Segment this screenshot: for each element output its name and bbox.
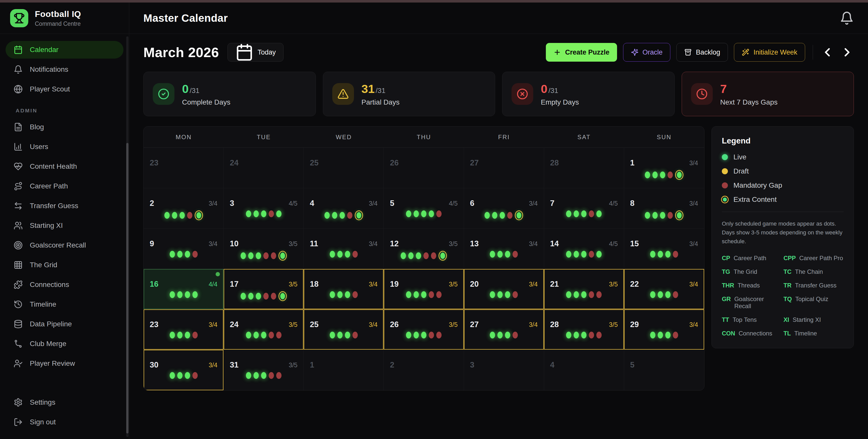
calendar-day-normal-2[interactable]: 23/4 <box>144 188 224 229</box>
calendar-day-prev-25[interactable]: 25 <box>304 148 384 188</box>
calendar-icon <box>235 43 253 61</box>
sidebar-item-player-scout[interactable]: Player Scout <box>5 80 123 98</box>
sidebar-item-content-health[interactable]: Content Health <box>5 157 123 175</box>
calendar-day-normal-11[interactable]: 113/4 <box>304 229 384 269</box>
calendar-day-gap-26[interactable]: 263/5 <box>384 310 464 350</box>
page-title: Master Calendar <box>144 12 228 24</box>
stat-total: /31 <box>190 87 199 95</box>
sidebar-item-notifications[interactable]: Notifications <box>5 61 123 78</box>
sidebar-item-data-pipeline[interactable]: Data Pipeline <box>5 315 123 333</box>
calendar-day-gap-19[interactable]: 193/5 <box>384 269 464 310</box>
live-dot <box>180 212 185 219</box>
live-dot <box>429 210 434 217</box>
sidebar-item-starting-xi[interactable]: Starting XI <box>5 217 123 234</box>
live-dot <box>241 293 246 299</box>
sidebar-item-label: Goalscorer Recall <box>30 241 86 249</box>
backlog-button[interactable]: Backlog <box>676 43 728 62</box>
calendar-day-normal-1[interactable]: 13/4 <box>624 148 704 188</box>
calendar-day-gap-17[interactable]: 173/5 <box>224 269 304 310</box>
legend-item-label: Draft <box>734 167 749 175</box>
calendar-day-normal-31[interactable]: 313/5 <box>224 350 304 390</box>
sidebar-item-settings[interactable]: Settings <box>5 393 123 411</box>
calendar-day-next-1[interactable]: 1 <box>304 350 384 390</box>
calendar-day-normal-10[interactable]: 103/5 <box>224 229 304 269</box>
day-count: 4/5 <box>289 200 298 207</box>
calendar-day-next-4[interactable]: 4 <box>544 350 624 390</box>
calendar-day-gap-22[interactable]: 223/4 <box>624 269 704 310</box>
calendar-day-prev-28[interactable]: 28 <box>544 148 624 188</box>
sidebar-item-player-review[interactable]: Player Review <box>5 355 123 372</box>
sidebar-item-timeline[interactable]: Timeline <box>5 295 123 313</box>
sidebar-item-club-merge[interactable]: Club Merge <box>5 335 123 353</box>
calendar-day-gap-27[interactable]: 273/4 <box>464 310 544 350</box>
calendar-day-prev-23[interactable]: 23 <box>144 148 224 188</box>
calendar-day-next-3[interactable]: 3 <box>464 350 544 390</box>
oracle-button[interactable]: Oracle <box>623 43 671 62</box>
live-dot <box>421 210 427 217</box>
calendar-day-normal-15[interactable]: 153/4 <box>624 229 704 269</box>
live-dot <box>596 251 602 258</box>
day-dots <box>224 291 304 301</box>
calendar-day-gap-25[interactable]: 253/4 <box>304 310 384 350</box>
calendar-day-today-16[interactable]: 164/4 <box>144 269 224 310</box>
next-month-button[interactable] <box>840 46 854 59</box>
today-button[interactable]: Today <box>227 43 283 62</box>
sidebar-item-users[interactable]: Users <box>5 138 123 155</box>
day-dots <box>144 332 223 339</box>
legend-panel: Legend LiveDraftMandatory GapExtra Conte… <box>711 126 854 348</box>
calendar-day-gap-24[interactable]: 243/5 <box>224 310 304 350</box>
day-number: 16 <box>150 280 158 289</box>
check-circle-icon <box>153 83 175 105</box>
calendar-day-next-2[interactable]: 2 <box>384 350 464 390</box>
legend-item-label: Mandatory Gap <box>734 181 782 189</box>
day-number: 20 <box>470 280 479 289</box>
calendar-day-prev-26[interactable]: 26 <box>384 148 464 188</box>
calendar-day-gap-23[interactable]: 233/4 <box>144 310 224 350</box>
calendar-day-next-5[interactable]: 5 <box>624 350 704 390</box>
legend-item-draft: Draft <box>722 167 843 175</box>
sidebar-item-sign-out[interactable]: Sign out <box>5 413 123 431</box>
sidebar-item-the-grid[interactable]: The Grid <box>5 256 123 274</box>
weekday-fri: FRI <box>464 134 544 141</box>
create-puzzle-button[interactable]: Create Puzzle <box>546 43 617 62</box>
day-count: 3/4 <box>689 321 698 328</box>
sidebar-item-goalscorer-recall[interactable]: Goalscorer Recall <box>5 236 123 254</box>
calendar-day-normal-8[interactable]: 83/4 <box>624 188 704 229</box>
live-dot <box>505 332 510 339</box>
calendar-day-normal-4[interactable]: 43/4 <box>304 188 384 229</box>
sidebar-item-career-path[interactable]: Career Path <box>5 177 123 195</box>
calendar-day-gap-20[interactable]: 203/4 <box>464 269 544 310</box>
live-dot <box>652 172 658 178</box>
initialize-week-button[interactable]: Initialize Week <box>734 43 805 62</box>
live-dot <box>497 251 503 258</box>
sidebar-item-label: Notifications <box>30 65 68 74</box>
notifications-bell-button[interactable] <box>840 11 854 25</box>
arrows-left-right-icon <box>13 201 23 210</box>
calendar-day-normal-9[interactable]: 93/4 <box>144 229 224 269</box>
calendar-day-normal-14[interactable]: 144/5 <box>544 229 624 269</box>
sidebar-item-label: Player Review <box>30 359 75 368</box>
legend-abbr-gr: GRGoalscorer Recall <box>722 295 779 310</box>
calendar-day-normal-5[interactable]: 54/5 <box>384 188 464 229</box>
prev-month-button[interactable] <box>820 46 834 59</box>
calendar-day-gap-29[interactable]: 293/4 <box>624 310 704 350</box>
calendar-day-gap-30[interactable]: 303/4 <box>144 350 224 390</box>
calendar-day-gap-18[interactable]: 183/4 <box>304 269 384 310</box>
calendar-day-gap-28[interactable]: 283/5 <box>544 310 624 350</box>
calendar-day-normal-3[interactable]: 34/5 <box>224 188 304 229</box>
live-dot <box>574 332 579 339</box>
calendar-day-normal-7[interactable]: 74/5 <box>544 188 624 229</box>
sidebar-item-calendar[interactable]: Calendar <box>5 41 123 59</box>
calendar-day-prev-27[interactable]: 27 <box>464 148 544 188</box>
sidebar-item-blog[interactable]: Blog <box>5 118 123 136</box>
sidebar-item-connections[interactable]: Connections <box>5 276 123 293</box>
calendar-day-normal-13[interactable]: 133/4 <box>464 229 544 269</box>
chevron-left-icon <box>820 46 834 59</box>
calendar-day-prev-24[interactable]: 24 <box>224 148 304 188</box>
merge-icon <box>13 339 23 348</box>
calendar-day-normal-12[interactable]: 123/5 <box>384 229 464 269</box>
calendar-day-normal-6[interactable]: 63/4 <box>464 188 544 229</box>
sidebar-item-transfer-guess[interactable]: Transfer Guess <box>5 197 123 215</box>
sidebar-scrollbar-thumb[interactable] <box>126 143 128 434</box>
calendar-day-gap-21[interactable]: 213/5 <box>544 269 624 310</box>
